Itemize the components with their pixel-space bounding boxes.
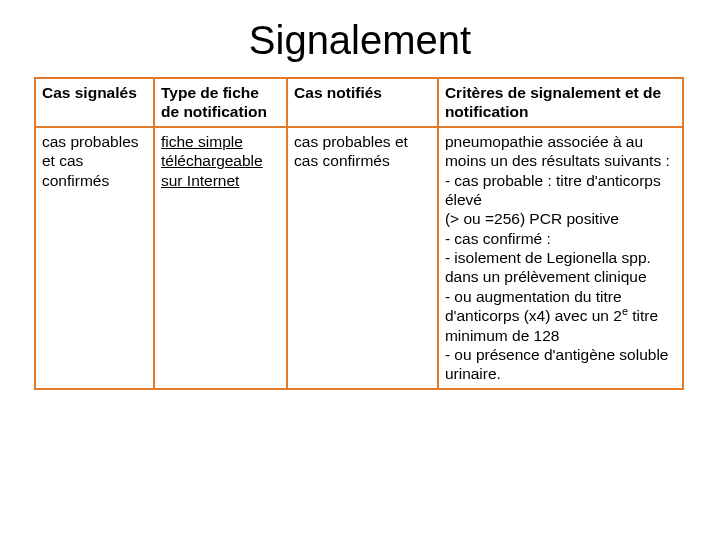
cell-cas-notifies: cas probables et cas confirmés xyxy=(287,127,438,389)
header-cas-notifies: Cas notifiés xyxy=(287,78,438,127)
link-sur-internet[interactable]: sur Internet xyxy=(161,172,239,189)
header-type-fiche: Type de fiche de notification xyxy=(154,78,287,127)
table-header-row: Cas signalés Type de fiche de notificati… xyxy=(35,78,683,127)
signalement-table: Cas signalés Type de fiche de notificati… xyxy=(34,77,684,390)
criteres-line: - cas confirmé : xyxy=(445,230,551,247)
cell-cas-signales: cas probables et cas confirmés xyxy=(35,127,154,389)
criteres-line: - cas probable : titre d'anticorps élevé xyxy=(445,172,661,208)
link-fiche-simple[interactable]: fiche simple xyxy=(161,133,243,150)
page-title: Signalement xyxy=(0,18,720,63)
cell-criteres: pneumopathie associée à au moins un des … xyxy=(438,127,683,389)
criteres-line: (> ou =256) PCR positive xyxy=(445,210,619,227)
cell-type-fiche: fiche simple téléchargeable sur Internet xyxy=(154,127,287,389)
table-row: cas probables et cas confirmés fiche sim… xyxy=(35,127,683,389)
criteres-line: - ou augmentation du titre d'anticorps (… xyxy=(445,288,658,344)
header-criteres: Critères de signalement et de notificati… xyxy=(438,78,683,127)
criteres-line: pneumopathie associée à au moins un des … xyxy=(445,133,670,169)
criteres-line: - isolement de Legionella spp. dans un p… xyxy=(445,249,651,285)
link-telechargeable[interactable]: téléchargeable xyxy=(161,152,263,169)
criteres-line: - ou présence d'antigène soluble urinair… xyxy=(445,346,669,382)
header-cas-signales: Cas signalés xyxy=(35,78,154,127)
